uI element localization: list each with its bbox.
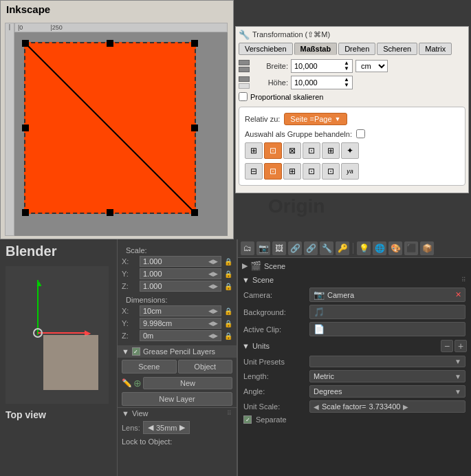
dim-y-input[interactable]: 9.998cm ◀▶ xyxy=(140,318,221,329)
add-icon[interactable]: ⊕ xyxy=(133,378,142,389)
breite-down-arrow[interactable]: ▼ xyxy=(344,66,349,72)
dim-x-input[interactable]: 10cm ◀▶ xyxy=(140,305,221,316)
scale-z-lock[interactable]: 🔒 xyxy=(224,283,232,290)
handle-bl[interactable] xyxy=(22,209,29,216)
breite-row: Breite: 10,000 ▲ ▼ cm mm px xyxy=(239,59,465,73)
dim-z-lock[interactable]: 🔒 xyxy=(224,332,232,340)
tab-drehen[interactable]: Drehen xyxy=(338,43,375,55)
object-btn[interactable]: Object xyxy=(178,360,233,374)
gruppe-checkbox[interactable] xyxy=(356,129,365,138)
scale-x-input[interactable]: 1.000 ◀▶ xyxy=(140,256,221,267)
tb-icon-5[interactable]: 🔗 xyxy=(304,241,318,255)
angle-dropdown[interactable]: Degrees ▼ xyxy=(309,385,465,398)
align-btn-11[interactable]: ⊡ xyxy=(322,163,340,180)
align-btn-8[interactable]: ⊡ xyxy=(264,163,282,180)
breite-input[interactable]: 10,000 ▲ ▼ xyxy=(291,59,353,73)
unit-select[interactable]: cm mm px xyxy=(355,60,388,72)
scale-z-label: Z: xyxy=(122,282,137,290)
gp-checkbox[interactable]: ✓ xyxy=(132,347,140,356)
tb-icon-7[interactable]: 🔑 xyxy=(336,241,349,255)
proportional-checkbox[interactable] xyxy=(239,92,248,101)
align-btn-1[interactable]: ⊞ xyxy=(245,142,263,159)
handle-tl[interactable] xyxy=(22,40,29,47)
dim-y-lock[interactable]: 🔒 xyxy=(224,320,232,327)
scale-y-input[interactable]: 1.000 ◀▶ xyxy=(140,268,221,279)
camera-val-text: Camera xyxy=(327,291,354,299)
dim-y-row: Y: 9.998cm ◀▶ 🔒 xyxy=(122,318,232,329)
handle-tr[interactable] xyxy=(191,40,198,47)
scale-x-lock[interactable]: 🔒 xyxy=(224,258,232,266)
handle-br[interactable] xyxy=(191,209,198,216)
dim-z-input[interactable]: 0m ◀▶ xyxy=(140,330,221,341)
align-btn-12[interactable]: ya xyxy=(341,163,359,180)
new-btn[interactable]: New xyxy=(143,377,232,389)
units-collapse-btn[interactable]: − xyxy=(441,340,453,352)
unit-presets-row: Unit Presets ▼ xyxy=(238,354,471,369)
gp-toggle[interactable]: ▼ xyxy=(122,347,129,356)
tb-icon-6[interactable]: 🔧 xyxy=(320,241,333,255)
tb-icon-3[interactable]: 🖼 xyxy=(272,241,286,255)
align-btn-10[interactable]: ⊡ xyxy=(303,163,320,180)
align-btn-5[interactable]: ⊞ xyxy=(322,142,340,159)
tb-icon-11[interactable]: ⬛ xyxy=(404,241,418,255)
blender-viewport[interactable]: ▲ ▶ xyxy=(6,266,109,404)
tb-icon-4[interactable]: 🔗 xyxy=(288,241,302,255)
relativ-dropdown[interactable]: Seite =Page ▼ xyxy=(284,113,347,125)
scale-heading: Scale: xyxy=(122,245,232,256)
scene-section-header[interactable]: ▼ Scene ⠿ xyxy=(238,274,471,286)
dim-x-lock[interactable]: 🔒 xyxy=(224,307,232,315)
tab-massstab[interactable]: Maßstab xyxy=(294,43,338,55)
background-val[interactable]: 🎵 xyxy=(309,305,465,319)
view-toggle[interactable]: ▼ xyxy=(122,409,129,418)
scale-y-lock[interactable]: 🔒 xyxy=(224,270,232,278)
units-toggle[interactable]: ▼ xyxy=(242,342,250,350)
new-layer-btn[interactable]: New Layer xyxy=(122,392,232,406)
activeclip-val[interactable]: 📄 xyxy=(309,322,465,336)
units-expand-btn[interactable]: + xyxy=(454,340,467,352)
align-btn-4[interactable]: ⊡ xyxy=(303,142,320,159)
align-btn-2[interactable]: ⊡ xyxy=(264,142,282,159)
hoehe-down-arrow[interactable]: ▼ xyxy=(344,83,349,88)
scene-expand[interactable]: ▶ xyxy=(242,261,248,270)
handle-ml[interactable] xyxy=(22,125,29,131)
orange-rect[interactable] xyxy=(24,42,196,214)
tab-verschieben[interactable]: Verschieben xyxy=(239,43,293,55)
camera-clear-btn[interactable]: ✕ xyxy=(455,290,461,299)
scale-x-row: X: 1.000 ◀▶ 🔒 xyxy=(122,256,232,267)
align-btn-9[interactable]: ⊞ xyxy=(283,163,301,180)
handle-tm[interactable] xyxy=(107,40,113,47)
handle-bm[interactable] xyxy=(107,209,113,216)
tb-icon-10[interactable]: 🎨 xyxy=(388,241,402,255)
lens-input[interactable]: ◀ 35mm ▶ xyxy=(143,421,190,434)
unit-scale-right-arrow[interactable]: ▶ xyxy=(403,403,408,411)
lens-rightarrow[interactable]: ▶ xyxy=(179,423,185,432)
unit-presets-dropdown[interactable]: ▼ xyxy=(309,356,465,367)
tb-icon-8[interactable]: 💡 xyxy=(357,241,371,255)
align-btn-3[interactable]: ⊠ xyxy=(283,142,301,159)
tb-sep xyxy=(353,243,353,254)
scene-section-toggle[interactable]: ▼ xyxy=(242,276,250,284)
handle-mr[interactable] xyxy=(191,125,198,131)
align-btn-6[interactable]: ✦ xyxy=(341,142,359,159)
tab-matrix[interactable]: Matrix xyxy=(419,43,452,55)
tab-scheren[interactable]: Scheren xyxy=(377,43,417,55)
lens-label: Lens: xyxy=(122,424,140,432)
camera-val[interactable]: 📷 Camera ✕ xyxy=(309,288,465,302)
hoehe-arrows[interactable]: ▲ ▼ xyxy=(344,77,349,88)
hoehe-input[interactable]: 10,000 ▲ ▼ xyxy=(291,76,353,89)
tb-icon-9[interactable]: 🌐 xyxy=(373,241,386,255)
tb-icon-1[interactable]: 🗂 xyxy=(241,241,254,255)
align-btn-7[interactable]: ⊟ xyxy=(245,163,263,180)
breite-arrows[interactable]: ▲ ▼ xyxy=(344,61,349,72)
separate-checkbox[interactable]: ✓ xyxy=(243,415,252,424)
unit-scale-input[interactable]: ◀ Scale factor= 3.733400 ▶ xyxy=(309,400,465,413)
unit-scale-left-arrow[interactable]: ◀ xyxy=(314,403,319,411)
length-dropdown[interactable]: Metric ▼ xyxy=(309,370,465,382)
scene-btn[interactable]: Scene xyxy=(122,360,177,374)
scale-z-input[interactable]: 1.000 ◀▶ xyxy=(140,281,221,292)
blender-right-panel: 🗂 📷 🖼 🔗 🔗 🔧 🔑 💡 🌐 🎨 ⬛ 📦 ▶ 🎬 Scene ▼ Scen… xyxy=(237,239,471,476)
gruppe-label: Auswahl als Gruppe behandeln: xyxy=(245,130,352,138)
tb-icon-12[interactable]: 📦 xyxy=(420,241,434,255)
tb-icon-2[interactable]: 📷 xyxy=(256,241,270,255)
lens-leftarrow[interactable]: ◀ xyxy=(148,423,153,432)
